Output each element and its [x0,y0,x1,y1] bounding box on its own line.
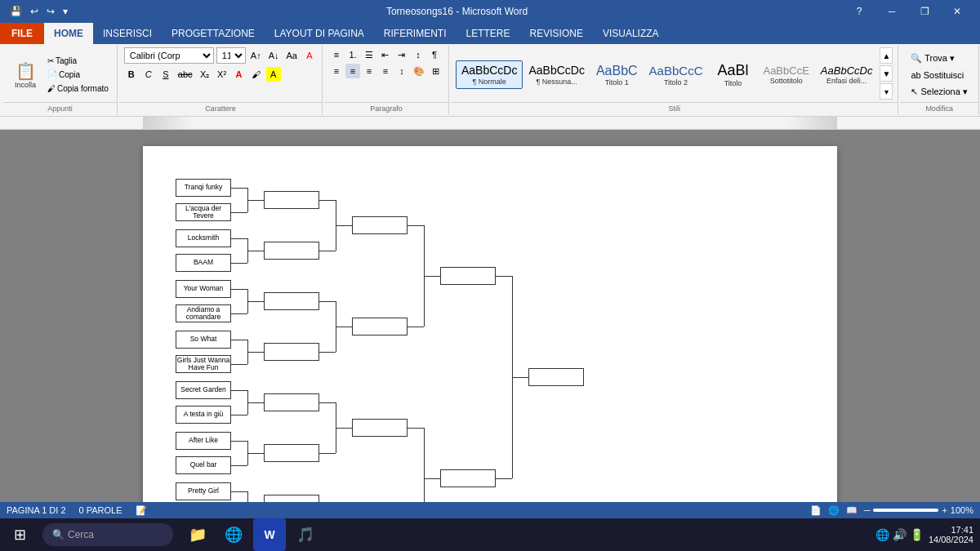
status-bar: PAGINA 1 DI 2 0 PAROLE 📝 📄 🌐 📖 ─ + 100% [0,502,980,518]
line-qf3b [319,453,336,454]
seed-11: After Like [176,432,231,450]
clear-format-button[interactable]: A [302,48,317,63]
sort-button[interactable]: ↕ [411,47,425,62]
show-formatting-button[interactable]: ¶ [427,47,442,62]
view-web-icon[interactable]: 🌐 [828,505,840,516]
group-appunti: 📋 Incolla ✂ Taglia 📄 Copia 🖌 Copia forma… [3,46,118,114]
styles-scroll-up[interactable]: ▲ [880,47,893,64]
style-enfasi[interactable]: AaBbCcDc Enfasi deli... [815,61,879,89]
tray-time: 17:41 [929,525,973,535]
style-nessuna[interactable]: AaBbCcDc ¶ Nessuna... [523,60,590,89]
group-paragrafo: ≡ 1. ☰ ⇤ ⇥ ↕ ¶ ≡ ≡ ≡ ≡ ↕ 🎨 [324,46,449,114]
line-s11 [231,441,247,442]
window-controls: ? ─ ❐ ✕ [843,0,973,23]
change-case-button[interactable]: Aa [284,48,300,63]
taskbar: ⊞ 🔍 Cerca 📁 🌐 W 🎵 🌐 🔊 🔋 17:41 14/08/2024 [0,518,980,551]
line-r1 [247,200,264,201]
search-bar[interactable]: 🔍 Cerca [42,523,173,546]
style-titolo1[interactable]: AaBbC Titolo 1 [590,60,644,90]
subscript-button[interactable]: X₂ [198,67,212,82]
tab-lettere[interactable]: LETTERE [457,23,520,44]
tab-visualizza[interactable]: VISUALIZZA [593,23,669,44]
page: Tranqi funky L'acqua der Tevere Locksmit… [143,146,837,502]
proof-icon: 📝 [136,505,147,516]
tab-revisione[interactable]: REVISIONE [520,23,593,44]
tab-riferimenti[interactable]: RIFERIMENTI [374,23,457,44]
zoom-out-button[interactable]: ─ [864,505,871,515]
line-qfm2 [336,327,352,327]
styles-expand[interactable]: ▾ [880,83,893,100]
start-button[interactable]: ⊞ [0,518,39,551]
tab-file[interactable]: FILE [0,23,44,44]
line-spacing-button[interactable]: ↕ [394,64,409,78]
styles-scroll-down[interactable]: ▼ [880,65,893,82]
italic-button[interactable]: C [141,67,156,82]
decrease-indent-button[interactable]: ⇤ [378,47,393,62]
customize-icon[interactable]: ▾ [60,4,71,19]
zoom-slider[interactable] [873,509,938,512]
font-size-select[interactable]: 11 [216,47,246,64]
font-color-button[interactable]: A [232,67,247,82]
modifica-buttons: 🔍 Trova ▾ ab Sostituisci ↖ Seleziona ▾ [905,51,973,100]
sostituisci-button[interactable]: ab Sostituisci [905,68,973,82]
underline-button[interactable]: S [158,67,173,82]
shading-button[interactable]: 🎨 [411,64,427,78]
tab-home[interactable]: HOME [44,23,93,44]
bullets-button[interactable]: ≡ [329,47,344,62]
close-button[interactable]: ✕ [941,0,973,23]
tab-progettazione[interactable]: PROGETTAZIONE [162,23,265,44]
copia-button[interactable]: 📄 Copia [44,69,112,81]
decrease-font-button[interactable]: A↓ [266,48,282,63]
style-titolo2[interactable]: AaBbCcC Titolo 2 [644,60,709,90]
line-s6 [231,313,247,314]
increase-indent-button[interactable]: ⇥ [394,47,409,62]
copia-formato-button[interactable]: 🖌 Copia formato [44,82,112,95]
stili-label: Stili [451,102,898,113]
line-sfv2 [424,428,425,502]
view-print-icon[interactable]: 📄 [810,505,822,516]
borders-button[interactable]: ⊞ [429,64,443,78]
trova-button[interactable]: 🔍 Trova ▾ [905,51,973,66]
ribbon-tabs: FILE HOME INSERISCI PROGETTAZIONE LAYOUT… [0,23,980,44]
taskbar-spotify[interactable]: 🎵 [289,518,322,551]
minimize-button[interactable]: ─ [875,0,908,23]
align-left-button[interactable]: ≡ [329,64,344,78]
numbered-list-button[interactable]: 1. [345,47,360,62]
font-family-select[interactable]: Calibri (Corp [124,47,214,64]
multilevel-list-button[interactable]: ☰ [362,47,376,62]
redo-icon[interactable]: ↪ [43,4,58,19]
tab-inserisci[interactable]: INSERISCI [93,23,162,44]
bold-button[interactable]: B [124,67,139,82]
seed-10: A testa in giù [176,406,231,424]
incolla-button[interactable]: 📋 Incolla [8,59,42,91]
tab-layout[interactable]: LAYOUT DI PAGINA [265,23,374,44]
document-area[interactable]: Tranqi funky L'acqua der Tevere Locksmit… [0,130,980,502]
line-qf2b [319,352,336,353]
highlight-button[interactable]: 🖌 [249,67,264,82]
help-button[interactable]: ? [843,0,875,23]
superscript-button[interactable]: X² [215,67,229,82]
taskbar-chrome[interactable]: 🌐 [217,518,250,551]
align-right-button[interactable]: ≡ [362,64,376,78]
zoom-bar: ─ + 100% [864,505,973,515]
taglia-button[interactable]: ✂ Taglia [44,55,112,67]
text-highlight-button[interactable]: A [266,67,281,82]
style-sottotitolo[interactable]: AaBbCcE Sottotitolo [757,61,814,89]
taskbar-word[interactable]: W [253,518,286,551]
save-icon[interactable]: 💾 [7,4,25,19]
view-read-icon[interactable]: 📖 [846,505,858,516]
undo-icon[interactable]: ↩ [27,4,42,19]
restore-button[interactable]: ❐ [908,0,941,23]
group-carattere: Calibri (Corp 11 A↑ A↓ Aa A B C S [119,46,323,114]
taskbar-file-explorer[interactable]: 📁 [181,518,214,551]
line-s8 [231,364,247,365]
seleziona-button[interactable]: ↖ Seleziona ▾ [905,84,973,100]
increase-font-button[interactable]: A↑ [248,48,264,63]
line-s7 [231,340,247,340]
strikethrough-button[interactable]: abc [176,67,195,82]
style-titolo[interactable]: AaBl Titolo [708,59,757,91]
zoom-in-button[interactable]: + [942,505,947,515]
style-normale[interactable]: AaBbCcDc ¶ Normale [456,60,523,89]
align-center-button[interactable]: ≡ [345,64,360,78]
justify-button[interactable]: ≡ [378,64,393,78]
